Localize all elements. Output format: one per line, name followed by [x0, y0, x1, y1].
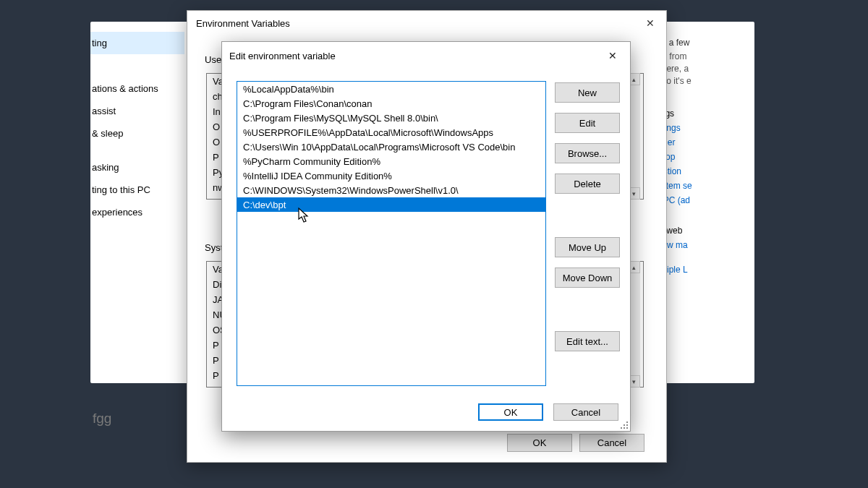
ok-button[interactable]: OK — [478, 403, 543, 421]
editvar-title: Edit environment variable — [229, 51, 336, 61]
sidebar-item[interactable] — [90, 54, 184, 66]
delete-button[interactable]: Delete — [555, 174, 620, 194]
move-up-button[interactable]: Move Up — [555, 237, 620, 257]
list-item[interactable]: C:\Users\Win 10\AppData\Local\Programs\M… — [237, 140, 545, 154]
fgg-label: fgg — [93, 411, 111, 427]
settings-sidebar: ting ations & actions assist & sleep ask… — [90, 32, 184, 223]
sidebar-item[interactable]: experiences — [90, 201, 184, 223]
list-item-selected[interactable]: C:\dev\bpt — [237, 197, 545, 212]
list-item[interactable]: C:\WINDOWS\System32\WindowsPowerShell\v1… — [237, 183, 545, 197]
sidebar-item[interactable] — [90, 145, 184, 156]
close-icon[interactable]: ✕ — [634, 12, 666, 34]
editvar-side-buttons: New Edit Browse... Delete Move Up Move D… — [555, 82, 620, 351]
cancel-button[interactable]: Cancel — [553, 403, 618, 421]
edit-button[interactable]: Edit — [555, 113, 620, 133]
cancel-button[interactable]: Cancel — [579, 434, 644, 452]
resize-grip-icon[interactable] — [618, 419, 629, 429]
list-item[interactable]: %PyCharm Community Edition% — [237, 154, 545, 168]
envvars-titlebar: Environment Variables ✕ — [187, 11, 666, 35]
sidebar-item[interactable]: assist — [90, 100, 184, 122]
list-item[interactable]: %USERPROFILE%\AppData\Local\Microsoft\Wi… — [237, 125, 545, 140]
list-item[interactable]: C:\Program Files\Conan\conan — [237, 96, 545, 111]
browse-button[interactable]: Browse... — [555, 143, 620, 163]
new-button[interactable]: New — [555, 82, 620, 103]
sidebar-item[interactable]: ations & actions — [90, 77, 184, 100]
sidebar-item[interactable]: asking — [90, 156, 184, 179]
sidebar-item[interactable]: ting to this PC — [90, 179, 184, 201]
editvar-titlebar: Edit environment variable ✕ — [222, 42, 630, 69]
edit-environment-variable-dialog: Edit environment variable ✕ %LocalAppDat… — [221, 41, 631, 432]
editvar-ok-cancel-row: OK Cancel — [478, 403, 618, 421]
edit-text-button[interactable]: Edit text... — [555, 331, 620, 351]
sidebar-item[interactable]: & sleep — [90, 122, 184, 145]
list-item[interactable]: C:\Program Files\MySQL\MySQL Shell 8.0\b… — [237, 111, 545, 125]
sidebar-item[interactable] — [90, 66, 184, 77]
ok-button[interactable]: OK — [507, 434, 572, 452]
move-down-button[interactable]: Move Down — [555, 267, 620, 288]
list-item[interactable]: %LocalAppData%\bin — [237, 82, 545, 96]
envvars-title: Environment Variables — [196, 18, 290, 29]
system-variables-label: Syst — [205, 242, 223, 253]
list-item[interactable]: %IntelliJ IDEA Community Edition% — [237, 168, 545, 183]
path-listbox[interactable]: %LocalAppData%\bin C:\Program Files\Cona… — [237, 81, 546, 386]
sidebar-item[interactable]: ting — [90, 32, 184, 54]
close-icon[interactable]: ✕ — [600, 46, 626, 65]
